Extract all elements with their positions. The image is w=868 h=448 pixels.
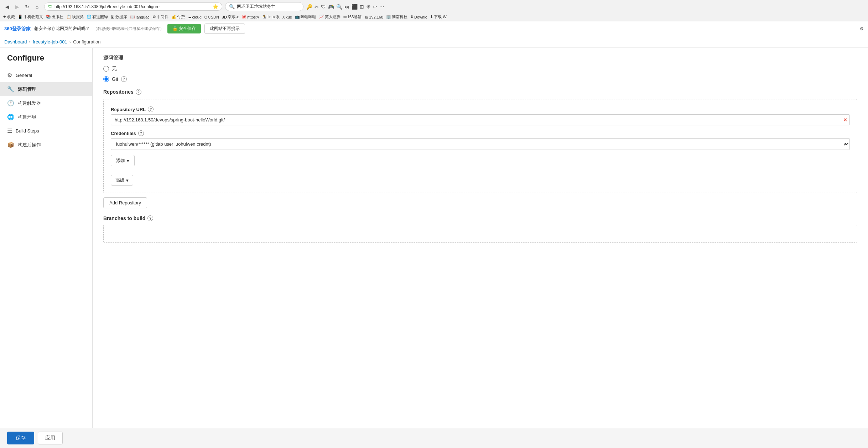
breadcrumb-dashboard[interactable]: Dashboard <box>4 39 27 45</box>
bookmark-cloud[interactable]: ☁ cloud <box>188 15 202 19</box>
breadcrumb-sep-2: › <box>69 39 71 45</box>
bookmark-csdn[interactable]: C CSDN <box>204 15 219 19</box>
home-button[interactable]: ⌂ <box>33 2 41 11</box>
bookmark-translate[interactable]: 🌐 有道翻译 <box>87 14 108 20</box>
add-repository-button[interactable]: Add Repository <box>103 197 147 208</box>
radio-git-label: Git <box>112 76 118 82</box>
main-layout: Configure ⚙ General 🔧 源码管理 🕐 构建触发器 🌐 构建环… <box>0 48 868 442</box>
bookmark-database[interactable]: 🗄 数据库 <box>111 14 127 20</box>
repositories-text: Repositories <box>103 89 134 95</box>
bookmark-middleware[interactable]: ⚙ 中间件 <box>152 14 168 20</box>
sidebar-item-build-trigger[interactable]: 🕐 构建触发器 <box>0 96 92 110</box>
sidebar-label-build-env: 构建环境 <box>18 114 36 120</box>
advanced-dropdown-icon: ▾ <box>126 178 129 183</box>
extension-icon-8[interactable]: ⊞ <box>360 4 364 10</box>
bookmark-github[interactable]: 🐙 https:// <box>241 15 259 19</box>
bookmark-jd[interactable]: JD 京东-x <box>222 14 239 20</box>
bookmark-hunan[interactable]: 🏢 湖南科技 <box>386 14 407 20</box>
search-text: 两环卫工垃圾站身亡 <box>237 4 275 10</box>
branches-box <box>103 225 857 243</box>
bookmark-favorites[interactable]: ★ 收藏 <box>3 14 15 20</box>
bookmark-news[interactable]: 📋 线报类 <box>66 14 84 20</box>
add-credentials-button[interactable]: 添加 ▾ <box>111 155 135 166</box>
extension-icon-10[interactable]: ↩ <box>373 4 377 10</box>
sidebar-item-post-build[interactable]: 📦 构建后操作 <box>0 138 92 152</box>
advanced-button[interactable]: 高级 ▾ <box>111 175 133 186</box>
address-bar[interactable]: 🛡 http://192.168.1.51:8080/job/freestyle… <box>44 2 222 11</box>
save-button[interactable]: 保存 <box>7 432 34 442</box>
sidebar-label-general: General <box>16 73 32 78</box>
bookmark-icon: ⭐ <box>213 4 218 9</box>
bookmark-bilibili[interactable]: 📺 哔哩哔哩 <box>295 14 316 20</box>
settings-icon[interactable]: ⚙ <box>860 26 864 31</box>
browser-chrome: ◀ ▶ ↻ ⌂ 🛡 http://192.168.1.51:8080/job/f… <box>0 0 868 21</box>
breadcrumb-sep-1: › <box>29 39 31 45</box>
bookmark-stock[interactable]: 📈 英大证券 <box>319 14 341 20</box>
credentials-label: Credentials ? <box>111 130 850 136</box>
bookmark-pay[interactable]: 💰 付费 <box>171 14 185 20</box>
bookmark-xue[interactable]: X xue <box>282 15 292 19</box>
add-credentials-wrapper: 添加 ▾ <box>111 155 850 171</box>
bookmark-publisher[interactable]: 📚 出版社 <box>46 14 63 20</box>
bookmark-mobile[interactable]: 📱 手机收藏夹 <box>18 14 43 20</box>
security-shield-icon: 🛡 <box>48 4 52 9</box>
repository-url-input[interactable] <box>111 114 850 125</box>
sidebar-item-general[interactable]: ⚙ General <box>0 68 92 82</box>
credentials-help-icon[interactable]: ? <box>138 130 144 136</box>
apply-button[interactable]: 应用 <box>38 432 63 442</box>
sidebar-title: Configure <box>0 53 92 68</box>
extension-icon-4[interactable]: 🎮 <box>328 4 334 10</box>
repositories-help-icon[interactable]: ? <box>136 89 141 95</box>
radio-option-none[interactable]: 无 <box>103 66 857 72</box>
branches-help-icon[interactable]: ? <box>147 215 153 221</box>
sidebar-item-build-env[interactable]: 🌐 构建环境 <box>0 110 92 124</box>
password-note: （若您使用网吧等公共电脑不建议保存） <box>93 26 164 31</box>
forward-button[interactable]: ▶ <box>13 2 21 11</box>
repositories-label: Repositories ? <box>103 89 857 95</box>
breadcrumb-job[interactable]: freestyle-job-001 <box>33 39 67 45</box>
gear-icon: ⚙ <box>7 72 12 79</box>
clear-url-button[interactable]: × <box>844 117 847 123</box>
refresh-button[interactable]: ↻ <box>23 2 31 11</box>
sidebar-label-post-build: 构建后操作 <box>18 142 41 148</box>
extension-icon-2[interactable]: ✂ <box>315 4 319 10</box>
git-help-icon[interactable]: ? <box>121 76 127 82</box>
extension-icon-5[interactable]: 🔍 <box>336 4 342 10</box>
nav-buttons: ◀ ▶ ↻ ⌂ <box>3 2 41 11</box>
clock-icon: 🕐 <box>7 100 14 106</box>
extension-icon-7[interactable]: ⬛ <box>352 4 358 10</box>
password-save-button[interactable]: 🔒 安全保存 <box>167 24 201 33</box>
bookmark-192[interactable]: 🖥 192.168 <box>364 15 383 19</box>
toolbar-icons: 🔑 ✂ 🛡 🎮 🔍 ⏭ ⬛ ⊞ ☀ ↩ ⋯ <box>306 4 384 10</box>
scm-radio-group: 无 Git ? <box>103 66 857 82</box>
sidebar-item-source-mgmt[interactable]: 🔧 源码管理 <box>0 82 92 96</box>
extension-icon-3[interactable]: 🛡 <box>321 4 326 10</box>
branches-label-text: Branches to build <box>103 215 145 221</box>
search-bar[interactable]: 🔍 两环卫工垃圾站身亡 <box>225 2 303 11</box>
sidebar-label-build-steps: Build Steps <box>16 128 39 134</box>
browser-toolbar: ◀ ▶ ↻ ⌂ 🛡 http://192.168.1.51:8080/job/f… <box>0 0 868 13</box>
bookmark-download-w[interactable]: ⬇ 下载 W <box>430 14 446 20</box>
radio-option-git[interactable]: Git ? <box>103 76 857 82</box>
bookmark-language[interactable]: 📖 languac <box>130 15 150 19</box>
sidebar-item-build-steps[interactable]: ☰ Build Steps <box>0 124 92 138</box>
bookmark-linux[interactable]: 🐧 linux系 <box>262 14 280 20</box>
repo-url-label-text: Repository URL <box>111 107 146 112</box>
bookmark-label: 收藏 <box>7 14 15 20</box>
package-icon: 📦 <box>7 141 14 148</box>
bookmarks-bar: ★ 收藏 📱 手机收藏夹 📚 出版社 📋 线报类 🌐 有道翻译 🗄 数据库 📖 … <box>0 13 868 21</box>
bookmark-download[interactable]: ⬇ Downlc <box>410 15 427 19</box>
extension-icon-6[interactable]: ⏭ <box>344 4 349 10</box>
repo-url-help-icon[interactable]: ? <box>148 106 154 112</box>
extension-icon-11[interactable]: ⋯ <box>379 4 384 10</box>
extension-icon-1[interactable]: 🔑 <box>306 4 312 10</box>
credentials-select[interactable]: luohuiwen/****** (gitlab user luohuiwen … <box>111 138 850 150</box>
radio-none-input[interactable] <box>103 66 109 72</box>
radio-none-label: 无 <box>112 66 117 72</box>
content-area: 源码管理 无 Git ? Repositories ? Repository U… <box>93 48 868 442</box>
extension-icon-9[interactable]: ☀ <box>366 4 371 10</box>
bookmark-mail[interactable]: ✉ 163邮箱 <box>343 14 362 20</box>
back-button[interactable]: ◀ <box>3 2 11 11</box>
radio-git-input[interactable] <box>103 76 109 82</box>
password-dismiss-button[interactable]: 此网站不再提示 <box>204 24 245 34</box>
